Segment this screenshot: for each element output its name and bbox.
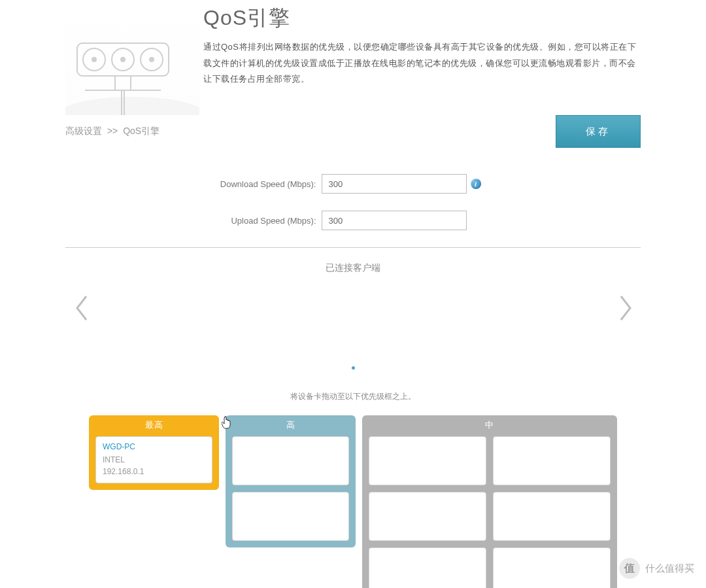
carousel-prev-button[interactable] <box>72 294 90 322</box>
device-card[interactable]: WGD-PC INTEL 192.168.0.1 <box>95 436 212 483</box>
device-name: WGD-PC <box>103 442 205 451</box>
priority-slot[interactable] <box>493 547 611 588</box>
device-ip: 192.168.0.1 <box>103 466 205 477</box>
drag-hint-text: 将设备卡拖动至以下优先级框之上。 <box>65 391 641 402</box>
connected-clients-title: 已连接客户端 <box>65 262 641 274</box>
svg-point-0 <box>65 97 199 115</box>
breadcrumb-separator: >> <box>107 126 118 136</box>
watermark-badge: 值 <box>619 558 640 579</box>
header: QoS引擎 通过QoS将排列出网络数据的优先级，以便您确定哪些设备具有高于其它设… <box>65 0 641 115</box>
svg-point-7 <box>150 58 154 61</box>
svg-point-6 <box>121 58 125 61</box>
page-description: 通过QoS将排列出网络数据的优先级，以便您确定哪些设备具有高于其它设备的优先级。… <box>203 39 641 88</box>
priority-slot[interactable] <box>493 492 611 541</box>
priority-slot[interactable] <box>232 492 349 541</box>
upload-speed-input[interactable] <box>322 211 467 230</box>
priority-column-highest[interactable]: 最高 WGD-PC INTEL 192.168.0.1 <box>89 415 219 490</box>
divider <box>65 247 641 248</box>
page-title: QoS引擎 <box>203 4 641 33</box>
watermark-text: 什么值得买 <box>645 562 694 575</box>
chevron-right-icon <box>617 294 635 322</box>
carousel-dots <box>65 362 641 372</box>
priority-column-medium[interactable]: 中 <box>362 415 617 588</box>
download-speed-input[interactable] <box>322 174 467 194</box>
carousel-dot[interactable] <box>352 366 355 370</box>
device-vendor: INTEL <box>103 454 205 466</box>
watermark: 值 什么值得买 <box>619 558 694 579</box>
traffic-light-icon <box>65 4 199 115</box>
save-button[interactable]: 保存 <box>556 115 641 148</box>
column-title-high: 高 <box>232 415 349 436</box>
header-illustration <box>65 4 199 115</box>
upload-speed-label: Upload Speed (Mbps): <box>76 216 322 226</box>
download-speed-label: Download Speed (Mbps): <box>76 179 322 189</box>
priority-slot[interactable] <box>369 436 486 485</box>
breadcrumb-current: QoS引擎 <box>123 126 160 136</box>
priority-column-high[interactable]: 高 <box>226 415 356 547</box>
column-title-highest: 最高 <box>95 415 212 436</box>
carousel-next-button[interactable] <box>617 294 635 322</box>
priority-slot[interactable] <box>369 492 486 541</box>
column-title-medium: 中 <box>369 415 611 436</box>
chevron-left-icon <box>72 294 90 322</box>
svg-point-5 <box>92 58 96 61</box>
priority-slot[interactable] <box>369 547 486 588</box>
breadcrumb-root[interactable]: 高级设置 <box>65 126 102 136</box>
svg-rect-8 <box>115 76 131 90</box>
priority-slot[interactable] <box>232 436 349 485</box>
breadcrumb: 高级设置 >> QoS引擎 <box>65 126 160 137</box>
info-icon[interactable]: i <box>471 179 481 189</box>
priority-slot[interactable] <box>493 436 611 485</box>
